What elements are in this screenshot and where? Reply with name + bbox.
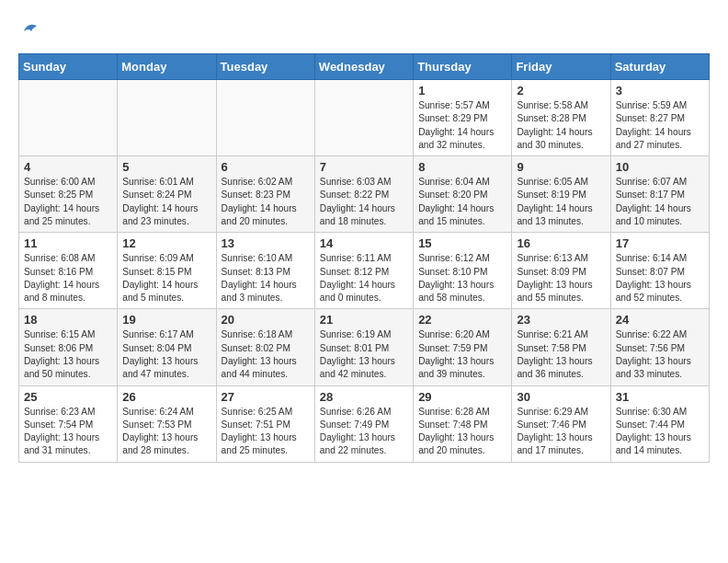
sunrise-label: Sunrise: 6:28 AM [418, 407, 490, 417]
daylight-label: Daylight: 13 hours and 20 minutes. [418, 432, 494, 455]
sunrise-label: Sunrise: 6:15 AM [24, 329, 96, 339]
weekday-header-cell: Wednesday [314, 54, 413, 80]
sunrise-label: Sunrise: 6:04 AM [418, 177, 490, 187]
day-number: 8 [418, 160, 506, 174]
page-header [18, 18, 710, 39]
daylight-label: Daylight: 14 hours and 32 minutes. [418, 127, 494, 150]
calendar-cell: 15 Sunrise: 6:12 AM Sunset: 8:10 PM Dayl… [414, 233, 512, 309]
sunrise-label: Sunrise: 6:02 AM [222, 177, 293, 187]
sunrise-label: Sunrise: 6:17 AM [122, 329, 194, 339]
calendar-cell: 5 Sunrise: 6:01 AM Sunset: 8:24 PM Dayli… [118, 156, 216, 233]
cell-content: Sunrise: 6:12 AM Sunset: 8:10 PM Dayligh… [418, 252, 506, 304]
sunrise-label: Sunrise: 6:20 AM [418, 329, 490, 339]
daylight-label: Daylight: 14 hours and 5 minutes. [122, 280, 198, 303]
calendar-cell: 9 Sunrise: 6:05 AM Sunset: 8:19 PM Dayli… [512, 156, 610, 233]
sunrise-label: Sunrise: 6:19 AM [320, 329, 392, 339]
day-number: 20 [222, 313, 310, 327]
sunset-label: Sunset: 7:44 PM [616, 419, 685, 430]
calendar-cell [118, 80, 216, 156]
sunrise-label: Sunrise: 6:05 AM [517, 177, 588, 187]
day-number: 25 [24, 390, 112, 404]
weekday-header-cell: Tuesday [216, 54, 314, 80]
day-number: 24 [616, 313, 704, 327]
sunset-label: Sunset: 7:53 PM [122, 419, 191, 430]
daylight-label: Daylight: 14 hours and 0 minutes. [320, 280, 395, 303]
cell-content: Sunrise: 6:00 AM Sunset: 8:25 PM Dayligh… [24, 176, 112, 228]
sunrise-label: Sunrise: 5:58 AM [517, 100, 588, 110]
cell-content: Sunrise: 6:19 AM Sunset: 8:01 PM Dayligh… [320, 328, 408, 381]
weekday-header-cell: Saturday [610, 54, 709, 80]
sunrise-label: Sunrise: 6:25 AM [222, 407, 293, 417]
calendar-week-row: 11 Sunrise: 6:08 AM Sunset: 8:16 PM Dayl… [19, 233, 710, 309]
cell-content: Sunrise: 5:57 AM Sunset: 8:29 PM Dayligh… [418, 99, 506, 152]
cell-content: Sunrise: 6:25 AM Sunset: 7:51 PM Dayligh… [222, 406, 310, 458]
sunset-label: Sunset: 7:49 PM [320, 419, 389, 430]
calendar-week-row: 18 Sunrise: 6:15 AM Sunset: 8:06 PM Dayl… [19, 309, 710, 385]
sunrise-label: Sunrise: 6:10 AM [222, 253, 293, 263]
daylight-label: Daylight: 13 hours and 50 minutes. [24, 356, 99, 379]
sunset-label: Sunset: 7:46 PM [517, 419, 586, 430]
daylight-label: Daylight: 14 hours and 13 minutes. [517, 203, 592, 226]
sunrise-label: Sunrise: 6:07 AM [616, 177, 688, 187]
day-number: 19 [122, 313, 210, 327]
day-number: 30 [517, 390, 605, 404]
calendar-cell: 18 Sunrise: 6:15 AM Sunset: 8:06 PM Dayl… [19, 309, 118, 385]
cell-content: Sunrise: 6:02 AM Sunset: 8:23 PM Dayligh… [222, 176, 310, 228]
logo-bird-icon [20, 18, 40, 39]
daylight-label: Daylight: 14 hours and 25 minutes. [24, 203, 99, 226]
calendar-cell: 24 Sunrise: 6:22 AM Sunset: 7:56 PM Dayl… [610, 309, 709, 385]
sunrise-label: Sunrise: 6:23 AM [24, 407, 96, 417]
calendar-cell: 11 Sunrise: 6:08 AM Sunset: 8:16 PM Dayl… [19, 233, 118, 309]
sunset-label: Sunset: 8:17 PM [616, 190, 685, 200]
day-number: 4 [24, 160, 112, 174]
cell-content: Sunrise: 6:22 AM Sunset: 7:56 PM Dayligh… [616, 328, 704, 381]
sunset-label: Sunset: 8:09 PM [517, 267, 586, 277]
day-number: 23 [517, 313, 605, 327]
sunrise-label: Sunrise: 6:14 AM [616, 253, 688, 263]
cell-content: Sunrise: 6:14 AM Sunset: 8:07 PM Dayligh… [616, 252, 704, 304]
sunrise-label: Sunrise: 6:26 AM [320, 407, 392, 417]
daylight-label: Daylight: 14 hours and 20 minutes. [222, 203, 297, 226]
sunset-label: Sunset: 8:23 PM [222, 190, 290, 200]
cell-content: Sunrise: 6:17 AM Sunset: 8:04 PM Dayligh… [122, 328, 210, 381]
day-number: 15 [418, 236, 506, 250]
daylight-label: Daylight: 13 hours and 39 minutes. [418, 356, 494, 379]
weekday-header-cell: Sunday [19, 54, 118, 80]
sunset-label: Sunset: 8:24 PM [122, 190, 191, 200]
sunset-label: Sunset: 7:58 PM [517, 343, 586, 353]
day-number: 29 [418, 390, 506, 404]
sunset-label: Sunset: 7:48 PM [418, 419, 487, 430]
day-number: 13 [222, 236, 310, 250]
logo [18, 18, 40, 39]
cell-content: Sunrise: 6:29 AM Sunset: 7:46 PM Dayligh… [517, 406, 605, 458]
daylight-label: Daylight: 14 hours and 27 minutes. [616, 127, 691, 150]
calendar-cell: 20 Sunrise: 6:18 AM Sunset: 8:02 PM Dayl… [216, 309, 314, 385]
daylight-label: Daylight: 13 hours and 58 minutes. [418, 280, 494, 303]
sunset-label: Sunset: 8:01 PM [320, 343, 389, 353]
daylight-label: Daylight: 13 hours and 44 minutes. [222, 356, 297, 379]
sunrise-label: Sunrise: 6:08 AM [24, 253, 96, 263]
day-number: 3 [616, 84, 704, 98]
sunset-label: Sunset: 8:25 PM [24, 190, 93, 200]
calendar-cell: 19 Sunrise: 6:17 AM Sunset: 8:04 PM Dayl… [118, 309, 216, 385]
calendar-cell: 27 Sunrise: 6:25 AM Sunset: 7:51 PM Dayl… [216, 385, 314, 462]
day-number: 16 [517, 236, 605, 250]
calendar-cell: 31 Sunrise: 6:30 AM Sunset: 7:44 PM Dayl… [610, 385, 709, 462]
day-number: 14 [320, 236, 408, 250]
cell-content: Sunrise: 6:05 AM Sunset: 8:19 PM Dayligh… [517, 176, 605, 228]
daylight-label: Daylight: 14 hours and 8 minutes. [24, 280, 99, 303]
day-number: 12 [122, 236, 210, 250]
weekday-header-cell: Friday [512, 54, 610, 80]
daylight-label: Daylight: 13 hours and 47 minutes. [122, 356, 198, 379]
sunset-label: Sunset: 8:06 PM [24, 343, 93, 353]
cell-content: Sunrise: 5:59 AM Sunset: 8:27 PM Dayligh… [616, 99, 704, 152]
calendar-cell: 1 Sunrise: 5:57 AM Sunset: 8:29 PM Dayli… [414, 80, 512, 156]
daylight-label: Daylight: 14 hours and 18 minutes. [320, 203, 395, 226]
daylight-label: Daylight: 13 hours and 31 minutes. [24, 432, 99, 455]
daylight-label: Daylight: 13 hours and 28 minutes. [122, 432, 198, 455]
day-number: 21 [320, 313, 408, 327]
calendar-cell: 8 Sunrise: 6:04 AM Sunset: 8:20 PM Dayli… [414, 156, 512, 233]
daylight-label: Daylight: 13 hours and 52 minutes. [616, 280, 691, 303]
sunrise-label: Sunrise: 6:09 AM [122, 253, 194, 263]
sunset-label: Sunset: 8:13 PM [222, 267, 290, 277]
